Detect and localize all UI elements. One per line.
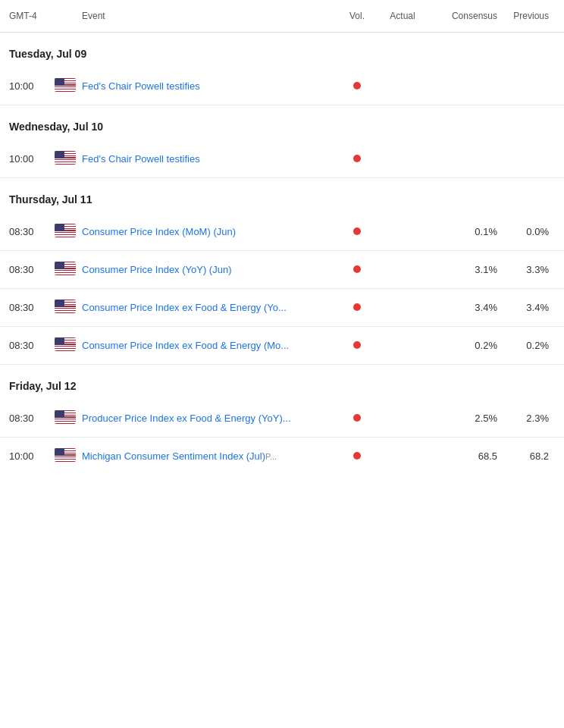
event-time: 08:30: [9, 302, 55, 313]
us-flag-icon: [55, 262, 76, 275]
flag-container: [55, 410, 82, 426]
event-previous: 0.2%: [497, 340, 555, 351]
flag-container: [55, 448, 82, 464]
us-flag-icon: [55, 224, 76, 237]
event-vol: [338, 450, 376, 462]
event-previous: 68.2: [497, 450, 555, 462]
vol-dot-icon: [353, 228, 361, 235]
event-consensus: 3.1%: [429, 264, 497, 275]
event-vol: [338, 153, 376, 165]
date-header-2: Thursday, Jul 11: [0, 178, 564, 213]
header-timezone: GMT-4: [9, 11, 55, 21]
event-vol: [338, 340, 376, 351]
us-flag-icon: [55, 448, 76, 462]
table-row: 10:00Fed's Chair Powell testifies: [0, 140, 564, 178]
table-row: 08:30Consumer Price Index ex Food & Ener…: [0, 289, 564, 327]
flag-container: [55, 300, 82, 315]
event-previous: 3.4%: [497, 302, 555, 313]
event-previous: 2.3%: [497, 413, 555, 424]
event-name[interactable]: Consumer Price Index ex Food & Energy (Y…: [82, 302, 338, 313]
us-flag-icon: [55, 78, 76, 92]
event-vol: [338, 226, 376, 237]
event-previous: 0.0%: [497, 226, 555, 237]
event-previous: 3.3%: [497, 264, 555, 275]
flag-container: [55, 151, 82, 167]
table-header: GMT-4 Event Vol. Actual Consensus Previo…: [0, 0, 564, 33]
table-row: 08:30Consumer Price Index ex Food & Ener…: [0, 327, 564, 365]
table-row: 10:00Michigan Consumer Sentiment Index (…: [0, 438, 564, 475]
table-row: 08:30Consumer Price Index (MoM) (Jun)0.1…: [0, 213, 564, 251]
event-consensus: 2.5%: [429, 413, 497, 424]
vol-dot-icon: [353, 414, 361, 422]
event-name[interactable]: Michigan Consumer Sentiment Index (Jul)P…: [82, 450, 338, 462]
header-actual: Actual: [376, 11, 429, 21]
vol-dot-icon: [353, 303, 361, 311]
table-row: 08:30Producer Price Index ex Food & Ener…: [0, 400, 564, 438]
header-consensus: Consensus: [429, 11, 497, 21]
date-header-3: Friday, Jul 12: [0, 365, 564, 400]
us-flag-icon: [55, 337, 76, 351]
event-consensus: 0.2%: [429, 340, 497, 351]
event-vol: [338, 264, 376, 275]
flag-container: [55, 262, 82, 278]
us-flag-icon: [55, 151, 76, 165]
date-header-1: Wednesday, Jul 10: [0, 105, 564, 140]
us-flag-icon: [55, 410, 76, 424]
vol-dot-icon: [353, 452, 361, 460]
event-consensus: 0.1%: [429, 226, 497, 237]
event-time: 08:30: [9, 264, 55, 275]
event-time: 08:30: [9, 340, 55, 351]
vol-dot-icon: [353, 341, 361, 349]
vol-dot-icon: [353, 265, 361, 273]
flag-container: [55, 224, 82, 240]
preliminary-tag: P...: [265, 452, 277, 461]
event-time: 10:00: [9, 450, 55, 462]
flag-container: [55, 337, 82, 353]
event-time: 10:00: [9, 80, 55, 92]
header-event: Event: [82, 11, 338, 21]
table-row: 08:30Consumer Price Index (YoY) (Jun)3.1…: [0, 251, 564, 289]
event-time: 10:00: [9, 153, 55, 165]
event-vol: [338, 302, 376, 313]
sections-container: Tuesday, Jul 0910:00Fed's Chair Powell t…: [0, 33, 564, 475]
date-header-0: Tuesday, Jul 09: [0, 33, 564, 67]
table-row: 10:00Fed's Chair Powell testifies: [0, 67, 564, 105]
vol-dot-icon: [353, 155, 361, 162]
vol-dot-icon: [353, 82, 361, 89]
header-vol: Vol.: [338, 11, 376, 21]
event-consensus: 68.5: [429, 450, 497, 462]
flag-container: [55, 78, 82, 94]
event-time: 08:30: [9, 413, 55, 424]
event-vol: [338, 413, 376, 424]
event-consensus: 3.4%: [429, 302, 497, 313]
event-name[interactable]: Consumer Price Index ex Food & Energy (M…: [82, 340, 338, 351]
event-vol: [338, 80, 376, 92]
header-previous: Previous: [497, 11, 555, 21]
event-name[interactable]: Producer Price Index ex Food & Energy (Y…: [82, 413, 338, 424]
event-name[interactable]: Consumer Price Index (YoY) (Jun): [82, 264, 338, 275]
us-flag-icon: [55, 300, 76, 313]
event-time: 08:30: [9, 226, 55, 237]
event-name[interactable]: Consumer Price Index (MoM) (Jun): [82, 226, 338, 237]
event-name[interactable]: Fed's Chair Powell testifies: [82, 80, 338, 92]
event-name[interactable]: Fed's Chair Powell testifies: [82, 153, 338, 165]
